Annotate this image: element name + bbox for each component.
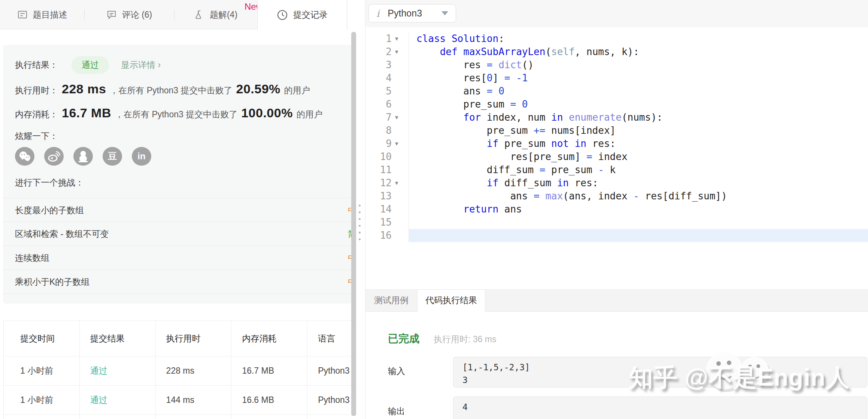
challenge-title: 长度最小的子数组 (15, 205, 84, 215)
challenge-list: 长度最小的子数组中区域和检索 - 数组不可变简连续数组中乘积小于K的子数组中 (3, 198, 353, 294)
language-select[interactable]: i Python3 (368, 4, 456, 22)
fold-gutter (392, 150, 409, 163)
line-number: 1 (365, 32, 392, 45)
fold-arrow-icon[interactable]: ▼ (392, 32, 409, 45)
fold-gutter (392, 190, 409, 203)
code-line[interactable]: 9▼ if pre_sum not in res: (365, 137, 868, 150)
code-line[interactable]: 8 pre_sum += nums[index] (365, 124, 868, 137)
table-row: 1 小时前通过228 ms16.7 MBPython3 (4, 356, 357, 386)
code-line[interactable]: 11 diff_sum = pre_sum - k (365, 163, 868, 177)
fold-arrow-icon[interactable]: ▼ (392, 137, 409, 150)
douban-share-icon[interactable]: 豆 (103, 147, 122, 166)
submission-result-link[interactable]: 通过 (79, 386, 155, 415)
fold-arrow-icon[interactable]: ▼ (392, 111, 409, 124)
challenge-item[interactable]: 乘积小于K的子数组中 (3, 270, 353, 294)
code-line[interactable]: 7▼ for index, num in enumerate(nums): (365, 111, 868, 124)
line-number: 7 (365, 111, 392, 124)
table-cell: 228 ms (155, 356, 231, 386)
code-line[interactable]: 12▼ if diff_sum in res: (365, 177, 868, 190)
tab-label: 评论 (6) (122, 9, 152, 21)
tab-run-result[interactable]: 代码执行结果 (417, 290, 485, 312)
wechat-share-icon[interactable] (15, 147, 34, 166)
table-cell: 1 小时前 (4, 386, 80, 415)
submission-result-link[interactable]: 通过 (79, 356, 155, 386)
weibo-share-icon[interactable] (44, 147, 64, 166)
line-number: 10 (365, 150, 392, 163)
code-text: ans = 0 (409, 85, 868, 98)
code-text: return ans (409, 203, 868, 216)
line-number: 4 (365, 72, 392, 85)
share-icons-row: 豆in (15, 147, 151, 166)
fold-arrow-icon[interactable]: ▼ (392, 177, 409, 190)
memory-mid-text: ，在所有 Python3 提交中击败了 (115, 109, 237, 120)
line-number: 2 (365, 45, 392, 58)
challenge-title: 区域和检索 - 数组不可变 (15, 229, 109, 239)
challenge-title: 连续数组 (15, 253, 49, 263)
language-label: Python3 (388, 8, 422, 19)
left-panel-scrollbar[interactable] (351, 32, 356, 416)
show-details-link[interactable]: 显示详情 › (121, 59, 161, 71)
tab-solutions[interactable]: 题解(4) New (174, 0, 257, 29)
table-cell: Python3 (307, 386, 356, 415)
table-cell: Python3 (307, 356, 356, 386)
code-editor[interactable]: 1▼class Solution:2▼ def maxSubArrayLen(s… (365, 27, 868, 289)
column-header: 内存消耗 (231, 321, 307, 356)
panel-divider-handle[interactable] (359, 205, 361, 245)
tab-label: 题目描述 (33, 9, 67, 21)
code-line[interactable]: 15 (365, 216, 868, 229)
line-number: 11 (365, 163, 392, 177)
code-line[interactable]: 14 return ans (365, 203, 868, 216)
tab-submissions[interactable]: 提交记录 (257, 0, 347, 30)
table-header-row: 提交时间提交结果执行用时内存消耗语言 (4, 321, 357, 356)
fold-gutter (392, 85, 409, 98)
code-line[interactable]: 1▼class Solution: (365, 32, 868, 45)
challenge-item[interactable]: 连续数组中 (3, 246, 353, 270)
tab-testcase[interactable]: 测试用例 (365, 290, 417, 311)
code-line[interactable]: 5 ans = 0 (365, 85, 868, 98)
code-text: if pre_sum not in res: (409, 137, 868, 150)
code-line[interactable]: 10 res[pre_sum] = index (365, 150, 868, 163)
code-line[interactable]: 13 ans = max(ans, index - res[diff_sum]) (365, 190, 868, 203)
fold-gutter (392, 98, 409, 111)
code-line[interactable]: 4 res[0] = -1 (365, 72, 868, 85)
code-text: res = dict() (409, 58, 868, 72)
status-badge: 通过 (72, 56, 109, 74)
code-text (409, 216, 868, 229)
line-number: 3 (365, 58, 392, 72)
code-line[interactable]: 3 res = dict() (365, 58, 868, 72)
challenge-item[interactable]: 长度最小的子数组中 (3, 198, 353, 222)
code-line[interactable]: 16 (365, 229, 868, 242)
fold-gutter (392, 216, 409, 229)
chevron-down-icon (441, 11, 448, 15)
runtime-percent: 20.59% (236, 82, 280, 96)
line-number: 5 (365, 85, 392, 98)
fold-gutter (392, 72, 409, 85)
tab-description[interactable]: 题目描述 (0, 0, 84, 29)
output-box[interactable]: 4 (453, 397, 867, 419)
memory-suffix: 的用户 (297, 109, 322, 120)
input-box[interactable]: [1,-1,5,-2,3]3 (453, 357, 867, 388)
brag-label: 炫耀一下： (15, 130, 58, 142)
linkedin-share-icon[interactable]: in (132, 147, 151, 166)
fold-gutter (392, 203, 409, 216)
description-icon (17, 9, 28, 20)
challenge-item[interactable]: 区域和检索 - 数组不可变简 (3, 222, 353, 246)
flask-icon (194, 9, 204, 20)
code-line[interactable]: 6 pre_sum = 0 (365, 98, 868, 111)
table-row: 1 小时前通过144 ms16.6 MBPython3 (4, 386, 357, 415)
line-number: 12 (365, 177, 392, 190)
fold-gutter (392, 163, 409, 177)
code-text (409, 229, 868, 242)
fold-arrow-icon[interactable]: ▼ (392, 45, 409, 58)
qq-share-icon[interactable] (73, 147, 93, 166)
tab-comments[interactable]: 评论 (6) (84, 0, 174, 29)
editor-header: i Python3 (365, 0, 868, 27)
line-number: 14 (365, 203, 392, 216)
leetcode-submission-page: 题目描述 评论 (6) 题解(4) New (0, 0, 868, 419)
challenge-title: 乘积小于K的子数组 (15, 277, 89, 287)
code-line[interactable]: 2▼ def maxSubArrayLen(self, nums, k): (365, 45, 868, 58)
fold-gutter (392, 229, 409, 242)
table-cell: 16.6 MB (231, 386, 307, 415)
line-number: 9 (365, 137, 392, 150)
runtime-stat: 执行用时： 228 ms ，在所有 Python3 提交中击败了 20.59% … (15, 82, 310, 96)
